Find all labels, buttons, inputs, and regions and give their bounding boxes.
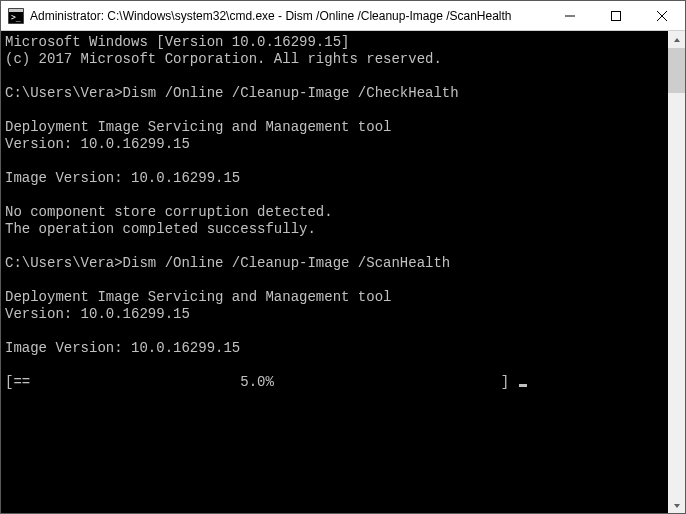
cmd-icon: >_ [8, 8, 24, 24]
progress-line: [== 5.0% ] [5, 374, 668, 391]
terminal-line: No component store corruption detected. [5, 204, 668, 221]
terminal-line: C:\Users\Vera>Dism /Online /Cleanup-Imag… [5, 255, 668, 272]
terminal-line: Deployment Image Servicing and Managemen… [5, 289, 668, 306]
terminal-line: Image Version: 10.0.16299.15 [5, 340, 668, 357]
vertical-scrollbar[interactable] [668, 31, 685, 514]
terminal-line: The operation completed successfully. [5, 221, 668, 238]
svg-text:>_: >_ [11, 13, 21, 22]
terminal-line: C:\Users\Vera>Dism /Online /Cleanup-Imag… [5, 85, 668, 102]
close-button[interactable] [639, 1, 685, 30]
svg-rect-4 [612, 11, 621, 20]
terminal-line [5, 153, 668, 170]
terminal-line [5, 238, 668, 255]
scrollbar-thumb[interactable] [668, 48, 685, 93]
terminal-line: (c) 2017 Microsoft Corporation. All righ… [5, 51, 668, 68]
svg-rect-1 [9, 9, 23, 12]
terminal-line: Image Version: 10.0.16299.15 [5, 170, 668, 187]
cursor [519, 384, 527, 387]
terminal-output[interactable]: Microsoft Windows [Version 10.0.16299.15… [1, 31, 668, 514]
terminal-line: Version: 10.0.16299.15 [5, 136, 668, 153]
titlebar[interactable]: >_ Administrator: C:\Windows\system32\cm… [1, 1, 685, 31]
terminal-line [5, 323, 668, 340]
terminal-line [5, 272, 668, 289]
scroll-down-button[interactable] [668, 497, 685, 514]
terminal-line [5, 102, 668, 119]
titlebar-text: Administrator: C:\Windows\system32\cmd.e… [30, 9, 547, 23]
terminal-line: Microsoft Windows [Version 10.0.16299.15… [5, 34, 668, 51]
scrollbar-track[interactable] [668, 48, 685, 497]
terminal-line [5, 187, 668, 204]
window-controls [547, 1, 685, 30]
content-area: Microsoft Windows [Version 10.0.16299.15… [1, 31, 685, 514]
minimize-button[interactable] [547, 1, 593, 30]
terminal-line: Deployment Image Servicing and Managemen… [5, 119, 668, 136]
terminal-line: Version: 10.0.16299.15 [5, 306, 668, 323]
scroll-up-button[interactable] [668, 31, 685, 48]
terminal-line [5, 68, 668, 85]
terminal-line [5, 357, 668, 374]
maximize-button[interactable] [593, 1, 639, 30]
